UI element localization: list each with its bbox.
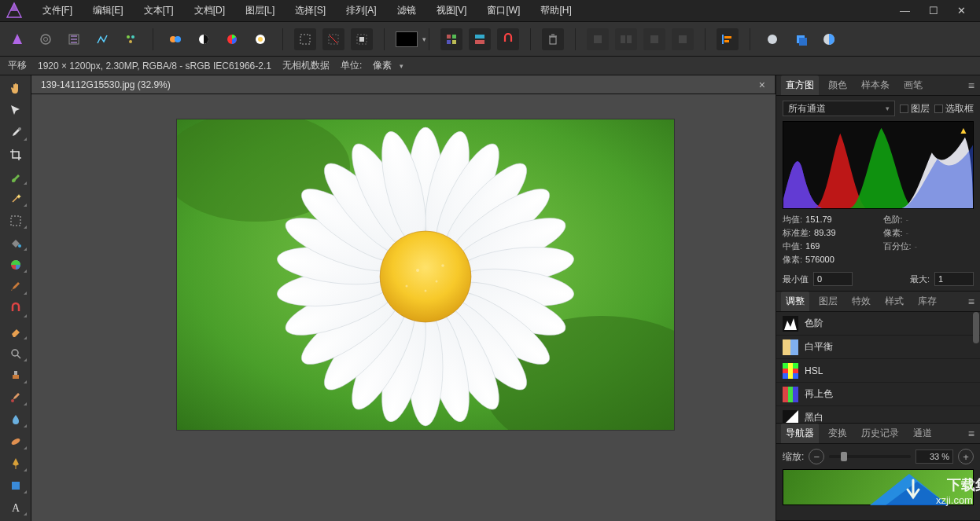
toolbar-dim-3[interactable] [643, 28, 665, 50]
ctx-units-dropdown[interactable]: 像素 [373, 59, 403, 72]
tool-blur[interactable] [4, 411, 28, 428]
tab-navigator[interactable]: 导航器 [781, 424, 819, 443]
menu-view[interactable]: 视图[V] [429, 1, 475, 20]
toolbar-btn-1-icon[interactable] [164, 28, 186, 50]
tool-shape[interactable] [4, 477, 28, 494]
window-maximize[interactable]: ☐ [924, 3, 943, 18]
hist-pct-label: 百分位: [883, 241, 912, 251]
tool-patch[interactable] [4, 433, 28, 450]
menu-file[interactable]: 文件[F] [35, 1, 80, 20]
tool-wand[interactable] [4, 190, 28, 207]
canvas-viewport[interactable] [31, 94, 776, 521]
toolbar-dim-2[interactable] [615, 28, 637, 50]
persona-liquify-icon[interactable] [35, 28, 57, 50]
menu-document[interactable]: 文档[D] [186, 1, 233, 20]
tab-channels[interactable]: 通道 [908, 424, 937, 443]
tool-flood[interactable] [4, 234, 28, 251]
toolbar-mask-icon[interactable] [351, 28, 373, 50]
tab-brushes[interactable]: 画笔 [899, 75, 927, 95]
app-logo [5, 2, 24, 20]
tab-history[interactable]: 历史记录 [857, 424, 904, 443]
toolbar-shape1-icon[interactable] [761, 28, 783, 50]
menu-layer[interactable]: 图层[L] [238, 1, 282, 20]
zoom-in-button[interactable]: + [958, 449, 974, 464]
adjust-whitebalance[interactable]: 白平衡 [776, 336, 980, 359]
svg-point-8 [129, 40, 132, 43]
toolbar-trash-icon[interactable] [542, 28, 564, 50]
toolbar-dim-1[interactable] [587, 28, 609, 50]
svg-marker-2 [13, 34, 22, 44]
menu-help[interactable]: 帮助[H] [532, 1, 579, 20]
menu-window[interactable]: 窗口[W] [479, 1, 528, 20]
adjust-hsl[interactable]: HSL [776, 359, 980, 383]
menu-edit[interactable]: 编辑[E] [85, 1, 131, 20]
toolbar-btn-3-icon[interactable] [221, 28, 243, 50]
menu-select[interactable]: 选择[S] [287, 1, 333, 20]
persona-photo-icon[interactable] [6, 28, 28, 50]
toolbar-grid1-icon[interactable] [440, 28, 462, 50]
histogram-channel-select[interactable]: 所有通道 [783, 101, 895, 116]
tool-crop[interactable] [4, 146, 28, 163]
tab-transform[interactable]: 变换 [823, 424, 852, 443]
adjust-recolor[interactable]: 再上色 [776, 383, 980, 406]
toolbar-marquee-icon[interactable] [294, 28, 316, 50]
tool-clone[interactable] [4, 367, 28, 384]
toolbar-cross-icon[interactable] [322, 28, 344, 50]
hist-max-input[interactable] [934, 272, 974, 286]
menu-filter[interactable]: 滤镜 [389, 1, 424, 20]
adjust-bw[interactable]: 黑白 [776, 406, 980, 424]
menu-arrange[interactable]: 排列[A] [338, 1, 385, 20]
tool-redeye[interactable] [4, 300, 28, 317]
tab-histogram[interactable]: 直方图 [781, 75, 819, 95]
tool-selection-brush[interactable] [4, 168, 28, 185]
adjust-levels[interactable]: 色阶 [776, 312, 980, 336]
tool-gradient[interactable] [4, 256, 28, 273]
toolbar-dim-4[interactable] [672, 28, 694, 50]
zoom-value[interactable]: 33 % [916, 449, 953, 464]
document-tab[interactable]: 139-14112G15530.jpg (32.9%) × [31, 75, 776, 94]
toolbar-snap-icon[interactable] [497, 28, 519, 50]
tool-marquee[interactable] [4, 212, 28, 229]
tool-eraser[interactable] [4, 323, 28, 340]
tab-color[interactable]: 颜色 [823, 75, 852, 95]
toolbar-grid2-icon[interactable] [469, 28, 491, 50]
toolbar-align-icon[interactable] [717, 28, 739, 50]
tool-zoom[interactable] [4, 345, 28, 362]
tool-heal[interactable] [4, 389, 28, 406]
tool-hand[interactable] [4, 80, 28, 97]
tool-text[interactable]: A [4, 499, 28, 516]
zoom-slider[interactable] [829, 455, 911, 458]
menu-text[interactable]: 文本[T] [136, 1, 182, 20]
tool-paintbrush[interactable] [4, 278, 28, 295]
chk-selection[interactable]: 选取框 [934, 102, 974, 116]
tab-adjust[interactable]: 调整 [781, 292, 809, 311]
hist-min-input[interactable] [813, 272, 853, 286]
panel-menu-icon[interactable]: ≡ [968, 295, 975, 308]
window-minimize[interactable]: — [895, 3, 915, 18]
chk-layer[interactable]: 图层 [900, 102, 930, 116]
svg-marker-1 [10, 3, 18, 11]
window-close[interactable]: ✕ [952, 3, 971, 18]
tab-fx[interactable]: 特效 [847, 292, 875, 311]
toolbar-shape2-icon[interactable] [790, 28, 812, 50]
zoom-out-button[interactable]: − [809, 449, 824, 464]
panel-menu-icon[interactable]: ≡ [968, 427, 975, 440]
toolbar-btn-2-icon[interactable] [193, 28, 215, 50]
tool-move[interactable] [4, 102, 28, 119]
adjust-scroll-thumb[interactable] [973, 312, 979, 343]
tab-stock[interactable]: 库存 [913, 292, 941, 311]
tool-pen[interactable] [4, 455, 28, 472]
toolbar-shape3-icon[interactable] [818, 28, 840, 50]
toolbar-color-chip[interactable]: ▾ [396, 31, 418, 47]
tab-layers[interactable]: 图层 [814, 292, 842, 311]
toolbar-btn-4-icon[interactable] [249, 28, 271, 50]
panel-menu-icon[interactable]: ≡ [968, 79, 975, 92]
close-tab-icon[interactable]: × [759, 79, 765, 91]
navigator-thumbnail[interactable] [783, 469, 974, 505]
tab-swatches[interactable]: 样本条 [857, 75, 894, 95]
tab-style[interactable]: 样式 [880, 292, 908, 311]
tool-picker[interactable] [4, 124, 28, 141]
persona-tone-icon[interactable] [91, 28, 113, 50]
persona-export-icon[interactable] [120, 28, 142, 50]
persona-develop-icon[interactable] [63, 28, 85, 50]
